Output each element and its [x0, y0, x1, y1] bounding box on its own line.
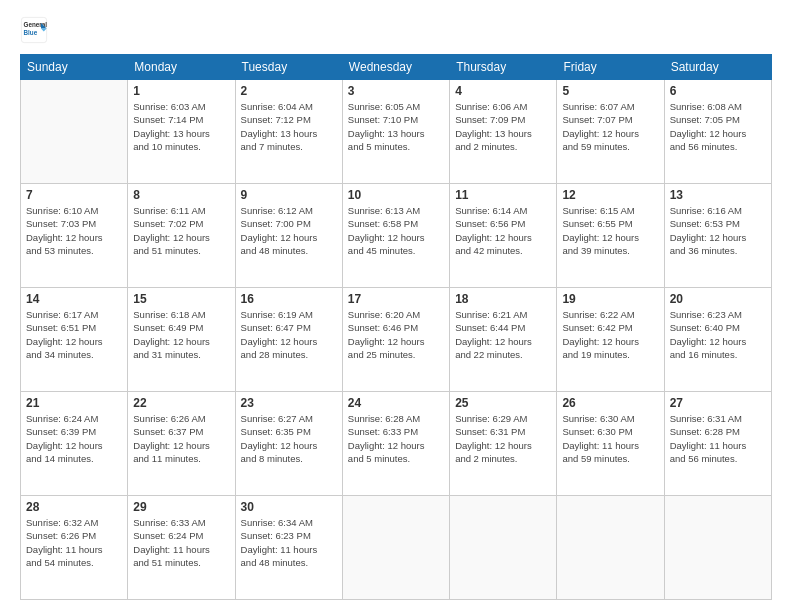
calendar-cell: 26Sunrise: 6:30 AM Sunset: 6:30 PM Dayli…	[557, 392, 664, 496]
day-number: 28	[26, 500, 122, 514]
day-number: 29	[133, 500, 229, 514]
day-info: Sunrise: 6:32 AM Sunset: 6:26 PM Dayligh…	[26, 516, 122, 569]
calendar-cell	[342, 496, 449, 600]
svg-text:Blue: Blue	[24, 29, 38, 36]
page-header: General Blue	[20, 16, 772, 44]
day-number: 14	[26, 292, 122, 306]
day-number: 8	[133, 188, 229, 202]
day-number: 12	[562, 188, 658, 202]
day-number: 17	[348, 292, 444, 306]
day-number: 10	[348, 188, 444, 202]
calendar-week-row: 1Sunrise: 6:03 AM Sunset: 7:14 PM Daylig…	[21, 80, 772, 184]
day-number: 2	[241, 84, 337, 98]
calendar-cell: 8Sunrise: 6:11 AM Sunset: 7:02 PM Daylig…	[128, 184, 235, 288]
day-number: 16	[241, 292, 337, 306]
day-info: Sunrise: 6:20 AM Sunset: 6:46 PM Dayligh…	[348, 308, 444, 361]
day-number: 4	[455, 84, 551, 98]
calendar-cell: 14Sunrise: 6:17 AM Sunset: 6:51 PM Dayli…	[21, 288, 128, 392]
day-of-week-header: Sunday	[21, 55, 128, 80]
day-info: Sunrise: 6:26 AM Sunset: 6:37 PM Dayligh…	[133, 412, 229, 465]
day-info: Sunrise: 6:27 AM Sunset: 6:35 PM Dayligh…	[241, 412, 337, 465]
day-number: 9	[241, 188, 337, 202]
day-info: Sunrise: 6:03 AM Sunset: 7:14 PM Dayligh…	[133, 100, 229, 153]
day-number: 26	[562, 396, 658, 410]
calendar-header-row: SundayMondayTuesdayWednesdayThursdayFrid…	[21, 55, 772, 80]
day-number: 13	[670, 188, 766, 202]
calendar-cell	[450, 496, 557, 600]
calendar-cell	[557, 496, 664, 600]
day-info: Sunrise: 6:23 AM Sunset: 6:40 PM Dayligh…	[670, 308, 766, 361]
logo: General Blue	[20, 16, 48, 44]
day-number: 15	[133, 292, 229, 306]
day-number: 23	[241, 396, 337, 410]
calendar-cell: 28Sunrise: 6:32 AM Sunset: 6:26 PM Dayli…	[21, 496, 128, 600]
calendar-cell: 3Sunrise: 6:05 AM Sunset: 7:10 PM Daylig…	[342, 80, 449, 184]
calendar-cell: 2Sunrise: 6:04 AM Sunset: 7:12 PM Daylig…	[235, 80, 342, 184]
day-of-week-header: Thursday	[450, 55, 557, 80]
calendar-cell: 20Sunrise: 6:23 AM Sunset: 6:40 PM Dayli…	[664, 288, 771, 392]
day-info: Sunrise: 6:29 AM Sunset: 6:31 PM Dayligh…	[455, 412, 551, 465]
day-number: 1	[133, 84, 229, 98]
calendar-cell: 12Sunrise: 6:15 AM Sunset: 6:55 PM Dayli…	[557, 184, 664, 288]
day-info: Sunrise: 6:18 AM Sunset: 6:49 PM Dayligh…	[133, 308, 229, 361]
calendar-week-row: 21Sunrise: 6:24 AM Sunset: 6:39 PM Dayli…	[21, 392, 772, 496]
day-of-week-header: Saturday	[664, 55, 771, 80]
day-number: 21	[26, 396, 122, 410]
day-info: Sunrise: 6:16 AM Sunset: 6:53 PM Dayligh…	[670, 204, 766, 257]
day-info: Sunrise: 6:31 AM Sunset: 6:28 PM Dayligh…	[670, 412, 766, 465]
day-info: Sunrise: 6:22 AM Sunset: 6:42 PM Dayligh…	[562, 308, 658, 361]
calendar-cell: 25Sunrise: 6:29 AM Sunset: 6:31 PM Dayli…	[450, 392, 557, 496]
day-info: Sunrise: 6:07 AM Sunset: 7:07 PM Dayligh…	[562, 100, 658, 153]
calendar-cell: 11Sunrise: 6:14 AM Sunset: 6:56 PM Dayli…	[450, 184, 557, 288]
day-number: 11	[455, 188, 551, 202]
calendar-cell: 27Sunrise: 6:31 AM Sunset: 6:28 PM Dayli…	[664, 392, 771, 496]
day-info: Sunrise: 6:04 AM Sunset: 7:12 PM Dayligh…	[241, 100, 337, 153]
calendar-week-row: 28Sunrise: 6:32 AM Sunset: 6:26 PM Dayli…	[21, 496, 772, 600]
calendar-cell	[21, 80, 128, 184]
calendar-cell	[664, 496, 771, 600]
day-info: Sunrise: 6:19 AM Sunset: 6:47 PM Dayligh…	[241, 308, 337, 361]
calendar-cell: 7Sunrise: 6:10 AM Sunset: 7:03 PM Daylig…	[21, 184, 128, 288]
calendar-cell: 22Sunrise: 6:26 AM Sunset: 6:37 PM Dayli…	[128, 392, 235, 496]
calendar-table: SundayMondayTuesdayWednesdayThursdayFrid…	[20, 54, 772, 600]
day-number: 19	[562, 292, 658, 306]
calendar-cell: 30Sunrise: 6:34 AM Sunset: 6:23 PM Dayli…	[235, 496, 342, 600]
day-info: Sunrise: 6:21 AM Sunset: 6:44 PM Dayligh…	[455, 308, 551, 361]
day-number: 22	[133, 396, 229, 410]
day-info: Sunrise: 6:34 AM Sunset: 6:23 PM Dayligh…	[241, 516, 337, 569]
day-number: 24	[348, 396, 444, 410]
calendar-cell: 24Sunrise: 6:28 AM Sunset: 6:33 PM Dayli…	[342, 392, 449, 496]
day-number: 25	[455, 396, 551, 410]
day-info: Sunrise: 6:15 AM Sunset: 6:55 PM Dayligh…	[562, 204, 658, 257]
day-info: Sunrise: 6:13 AM Sunset: 6:58 PM Dayligh…	[348, 204, 444, 257]
calendar-week-row: 14Sunrise: 6:17 AM Sunset: 6:51 PM Dayli…	[21, 288, 772, 392]
day-number: 20	[670, 292, 766, 306]
day-info: Sunrise: 6:11 AM Sunset: 7:02 PM Dayligh…	[133, 204, 229, 257]
calendar-cell: 29Sunrise: 6:33 AM Sunset: 6:24 PM Dayli…	[128, 496, 235, 600]
day-info: Sunrise: 6:06 AM Sunset: 7:09 PM Dayligh…	[455, 100, 551, 153]
calendar-cell: 4Sunrise: 6:06 AM Sunset: 7:09 PM Daylig…	[450, 80, 557, 184]
day-info: Sunrise: 6:30 AM Sunset: 6:30 PM Dayligh…	[562, 412, 658, 465]
calendar-cell: 6Sunrise: 6:08 AM Sunset: 7:05 PM Daylig…	[664, 80, 771, 184]
day-number: 6	[670, 84, 766, 98]
logo-icon: General Blue	[20, 16, 48, 44]
day-info: Sunrise: 6:10 AM Sunset: 7:03 PM Dayligh…	[26, 204, 122, 257]
calendar-cell: 1Sunrise: 6:03 AM Sunset: 7:14 PM Daylig…	[128, 80, 235, 184]
day-info: Sunrise: 6:28 AM Sunset: 6:33 PM Dayligh…	[348, 412, 444, 465]
day-info: Sunrise: 6:24 AM Sunset: 6:39 PM Dayligh…	[26, 412, 122, 465]
day-of-week-header: Wednesday	[342, 55, 449, 80]
day-info: Sunrise: 6:33 AM Sunset: 6:24 PM Dayligh…	[133, 516, 229, 569]
day-info: Sunrise: 6:14 AM Sunset: 6:56 PM Dayligh…	[455, 204, 551, 257]
day-info: Sunrise: 6:05 AM Sunset: 7:10 PM Dayligh…	[348, 100, 444, 153]
calendar-week-row: 7Sunrise: 6:10 AM Sunset: 7:03 PM Daylig…	[21, 184, 772, 288]
day-number: 27	[670, 396, 766, 410]
calendar-cell: 15Sunrise: 6:18 AM Sunset: 6:49 PM Dayli…	[128, 288, 235, 392]
calendar-cell: 5Sunrise: 6:07 AM Sunset: 7:07 PM Daylig…	[557, 80, 664, 184]
day-number: 5	[562, 84, 658, 98]
day-info: Sunrise: 6:12 AM Sunset: 7:00 PM Dayligh…	[241, 204, 337, 257]
calendar-cell: 10Sunrise: 6:13 AM Sunset: 6:58 PM Dayli…	[342, 184, 449, 288]
day-number: 7	[26, 188, 122, 202]
day-info: Sunrise: 6:17 AM Sunset: 6:51 PM Dayligh…	[26, 308, 122, 361]
calendar-cell: 17Sunrise: 6:20 AM Sunset: 6:46 PM Dayli…	[342, 288, 449, 392]
day-of-week-header: Monday	[128, 55, 235, 80]
